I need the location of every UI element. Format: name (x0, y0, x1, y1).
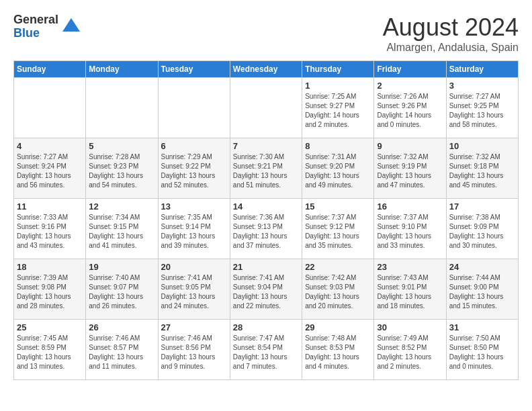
day-info: Sunrise: 7:40 AM Sunset: 9:07 PM Dayligh… (89, 273, 154, 311)
day-number: 16 (377, 201, 443, 212)
day-cell: 10Sunrise: 7:32 AM Sunset: 9:18 PM Dayli… (446, 138, 518, 199)
day-number: 14 (233, 201, 299, 212)
day-number: 28 (233, 322, 299, 332)
day-cell: 31Sunrise: 7:50 AM Sunset: 8:50 PM Dayli… (446, 320, 518, 380)
day-info: Sunrise: 7:28 AM Sunset: 9:23 PM Dayligh… (89, 152, 154, 190)
day-info: Sunrise: 7:30 AM Sunset: 9:21 PM Dayligh… (233, 152, 299, 190)
day-number: 20 (161, 262, 227, 272)
day-info: Sunrise: 7:46 AM Sunset: 8:57 PM Dayligh… (89, 334, 154, 371)
title-block: August 2024 Almargen, Andalusia, Spain (383, 13, 519, 54)
header-row: SundayMondayTuesdayWednesdayThursdayFrid… (14, 61, 519, 78)
day-info: Sunrise: 7:26 AM Sunset: 9:26 PM Dayligh… (377, 92, 443, 130)
day-header-sunday: Sunday (14, 61, 86, 78)
day-cell: 28Sunrise: 7:47 AM Sunset: 8:54 PM Dayli… (230, 320, 302, 380)
day-cell: 22Sunrise: 7:42 AM Sunset: 9:03 PM Dayli… (302, 259, 374, 320)
day-number: 6 (161, 141, 227, 151)
day-info: Sunrise: 7:44 AM Sunset: 9:00 PM Dayligh… (449, 273, 515, 311)
week-row-5: 25Sunrise: 7:45 AM Sunset: 8:59 PM Dayli… (14, 320, 519, 380)
day-cell: 9Sunrise: 7:32 AM Sunset: 9:19 PM Daylig… (374, 138, 446, 199)
day-cell: 26Sunrise: 7:46 AM Sunset: 8:57 PM Dayli… (86, 320, 158, 380)
logo-general: General (13, 13, 58, 27)
day-info: Sunrise: 7:50 AM Sunset: 8:50 PM Dayligh… (449, 334, 515, 371)
day-info: Sunrise: 7:41 AM Sunset: 9:04 PM Dayligh… (233, 273, 299, 311)
day-info: Sunrise: 7:39 AM Sunset: 9:08 PM Dayligh… (17, 273, 83, 311)
day-number: 11 (17, 201, 83, 212)
day-number: 13 (161, 201, 227, 212)
day-number: 31 (449, 322, 515, 332)
day-cell: 17Sunrise: 7:38 AM Sunset: 9:09 PM Dayli… (446, 199, 518, 259)
day-info: Sunrise: 7:29 AM Sunset: 9:22 PM Dayligh… (161, 152, 227, 190)
day-cell (230, 78, 302, 138)
day-info: Sunrise: 7:37 AM Sunset: 9:10 PM Dayligh… (377, 213, 443, 250)
day-cell: 20Sunrise: 7:41 AM Sunset: 9:05 PM Dayli… (158, 259, 230, 320)
day-info: Sunrise: 7:47 AM Sunset: 8:54 PM Dayligh… (233, 334, 299, 371)
location-subtitle: Almargen, Andalusia, Spain (383, 42, 519, 54)
week-row-4: 18Sunrise: 7:39 AM Sunset: 9:08 PM Dayli… (14, 259, 519, 320)
day-info: Sunrise: 7:42 AM Sunset: 9:03 PM Dayligh… (305, 273, 371, 311)
day-number: 22 (305, 262, 371, 272)
day-number: 9 (377, 141, 443, 151)
day-cell: 8Sunrise: 7:31 AM Sunset: 9:20 PM Daylig… (302, 138, 374, 199)
day-header-thursday: Thursday (302, 61, 374, 78)
day-number: 4 (17, 141, 83, 151)
svg-marker-0 (62, 18, 80, 32)
day-number: 15 (305, 201, 371, 212)
day-cell: 11Sunrise: 7:33 AM Sunset: 9:16 PM Dayli… (14, 199, 86, 259)
day-number: 2 (377, 81, 443, 91)
calendar-table: SundayMondayTuesdayWednesdayThursdayFrid… (13, 60, 519, 380)
logo: General Blue (13, 13, 81, 40)
day-info: Sunrise: 7:33 AM Sunset: 9:16 PM Dayligh… (17, 213, 83, 250)
day-header-tuesday: Tuesday (158, 61, 230, 78)
day-number: 1 (305, 81, 371, 91)
day-number: 26 (89, 322, 154, 332)
day-number: 25 (17, 322, 83, 332)
week-row-2: 4Sunrise: 7:27 AM Sunset: 9:24 PM Daylig… (14, 138, 519, 199)
day-cell: 30Sunrise: 7:49 AM Sunset: 8:52 PM Dayli… (374, 320, 446, 380)
day-info: Sunrise: 7:45 AM Sunset: 8:59 PM Dayligh… (17, 334, 83, 371)
day-cell: 27Sunrise: 7:46 AM Sunset: 8:56 PM Dayli… (158, 320, 230, 380)
day-number: 24 (449, 262, 515, 272)
day-info: Sunrise: 7:37 AM Sunset: 9:12 PM Dayligh… (305, 213, 371, 250)
day-number: 5 (89, 141, 154, 151)
day-info: Sunrise: 7:38 AM Sunset: 9:09 PM Dayligh… (449, 213, 515, 250)
day-info: Sunrise: 7:46 AM Sunset: 8:56 PM Dayligh… (161, 334, 227, 371)
logo-blue: Blue (13, 27, 58, 40)
day-header-friday: Friday (374, 61, 446, 78)
day-info: Sunrise: 7:32 AM Sunset: 9:19 PM Dayligh… (377, 152, 443, 190)
day-info: Sunrise: 7:48 AM Sunset: 8:53 PM Dayligh… (305, 334, 371, 371)
day-info: Sunrise: 7:36 AM Sunset: 9:13 PM Dayligh… (233, 213, 299, 250)
day-cell: 24Sunrise: 7:44 AM Sunset: 9:00 PM Dayli… (446, 259, 518, 320)
day-cell (86, 78, 158, 138)
week-row-3: 11Sunrise: 7:33 AM Sunset: 9:16 PM Dayli… (14, 199, 519, 259)
day-info: Sunrise: 7:41 AM Sunset: 9:05 PM Dayligh… (161, 273, 227, 311)
day-cell: 25Sunrise: 7:45 AM Sunset: 8:59 PM Dayli… (14, 320, 86, 380)
day-cell: 12Sunrise: 7:34 AM Sunset: 9:15 PM Dayli… (86, 199, 158, 259)
day-header-saturday: Saturday (446, 61, 518, 78)
day-number: 21 (233, 262, 299, 272)
day-info: Sunrise: 7:43 AM Sunset: 9:01 PM Dayligh… (377, 273, 443, 311)
day-info: Sunrise: 7:27 AM Sunset: 9:25 PM Dayligh… (449, 92, 515, 130)
day-cell: 13Sunrise: 7:35 AM Sunset: 9:14 PM Dayli… (158, 199, 230, 259)
day-cell: 4Sunrise: 7:27 AM Sunset: 9:24 PM Daylig… (14, 138, 86, 199)
day-cell: 7Sunrise: 7:30 AM Sunset: 9:21 PM Daylig… (230, 138, 302, 199)
month-title: August 2024 (383, 13, 519, 42)
day-info: Sunrise: 7:31 AM Sunset: 9:20 PM Dayligh… (305, 152, 371, 190)
day-number: 10 (449, 141, 515, 151)
day-number: 12 (89, 201, 154, 212)
day-header-monday: Monday (86, 61, 158, 78)
day-cell: 6Sunrise: 7:29 AM Sunset: 9:22 PM Daylig… (158, 138, 230, 199)
day-cell: 1Sunrise: 7:25 AM Sunset: 9:27 PM Daylig… (302, 78, 374, 138)
day-cell: 15Sunrise: 7:37 AM Sunset: 9:12 PM Dayli… (302, 199, 374, 259)
day-cell (14, 78, 86, 138)
day-info: Sunrise: 7:25 AM Sunset: 9:27 PM Dayligh… (305, 92, 371, 130)
logo-icon (61, 17, 81, 37)
day-number: 29 (305, 322, 371, 332)
day-number: 7 (233, 141, 299, 151)
day-cell: 18Sunrise: 7:39 AM Sunset: 9:08 PM Dayli… (14, 259, 86, 320)
day-cell: 29Sunrise: 7:48 AM Sunset: 8:53 PM Dayli… (302, 320, 374, 380)
day-header-wednesday: Wednesday (230, 61, 302, 78)
day-number: 30 (377, 322, 443, 332)
day-number: 23 (377, 262, 443, 272)
day-cell: 2Sunrise: 7:26 AM Sunset: 9:26 PM Daylig… (374, 78, 446, 138)
day-number: 17 (449, 201, 515, 212)
